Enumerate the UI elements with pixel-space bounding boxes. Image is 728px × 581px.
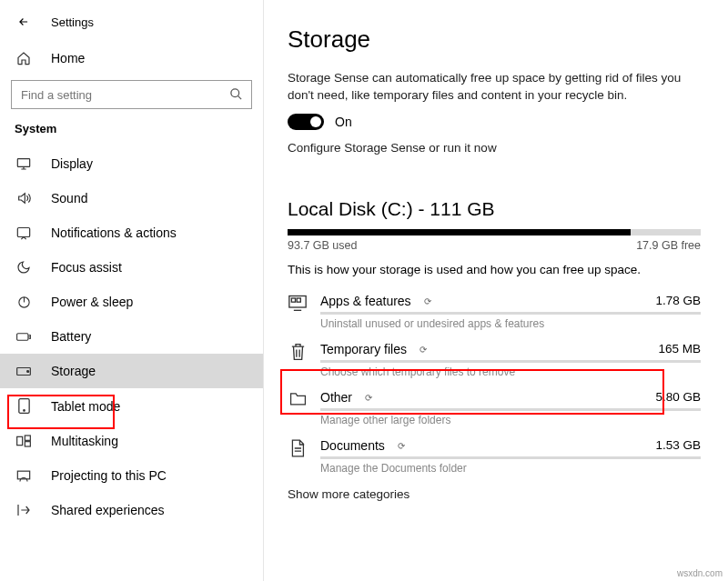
category-subtitle: Choose which temporary files to remove: [320, 366, 701, 378]
svg-rect-1: [17, 159, 29, 167]
category-name: Temporary files: [320, 342, 407, 356]
sidebar-item-label: Storage: [51, 364, 96, 378]
power-icon: [16, 296, 31, 309]
category-subtitle: Uninstall unused or undesired apps & fea…: [320, 317, 701, 330]
back-icon[interactable]: [16, 15, 31, 29]
category-size: 1.53 GB: [655, 438, 701, 452]
category-bar: [320, 408, 701, 411]
svg-point-9: [23, 410, 24, 411]
battery-icon: [16, 332, 31, 342]
disk-title: Local Disk (C:) - 111 GB: [288, 198, 701, 220]
nav-list: Display Sound Notifications & actions Fo…: [0, 146, 263, 527]
sidebar-item-display[interactable]: Display: [0, 146, 263, 181]
svg-rect-5: [29, 335, 30, 338]
category-size: 5.80 GB: [655, 390, 701, 404]
sidebar-item-label: Battery: [51, 329, 91, 344]
page-title: Storage: [288, 25, 701, 54]
trash-icon: [288, 343, 308, 361]
sidebar-item-battery[interactable]: Battery: [0, 319, 263, 354]
focus-assist-icon: [16, 260, 31, 275]
watermark: wsxdn.com: [677, 568, 723, 578]
notifications-icon: [16, 226, 31, 240]
projecting-icon: [16, 469, 31, 483]
svg-point-0: [231, 89, 239, 97]
sidebar-item-storage[interactable]: Storage: [0, 354, 263, 388]
sidebar-item-label: Display: [51, 156, 93, 171]
storage-sense-description: Storage Sense can automatically free up …: [288, 70, 688, 105]
svg-rect-15: [291, 298, 295, 302]
svg-rect-2: [17, 227, 29, 236]
home-button[interactable]: Home: [0, 42, 263, 75]
category-name: Other: [320, 390, 352, 405]
svg-point-7: [27, 370, 29, 372]
tablet-icon: [16, 398, 31, 414]
sidebar-item-label: Tablet mode: [51, 399, 120, 414]
search-icon: [229, 87, 243, 101]
category-size: 1.78 GB: [655, 294, 701, 307]
sidebar-item-label: Multitasking: [51, 434, 118, 448]
search-wrap: [11, 80, 252, 109]
svg-rect-11: [25, 436, 30, 440]
category-other[interactable]: Other⟳ 5.80 GB Manage other large folder…: [288, 386, 701, 434]
category-subtitle: Manage the Documents folder: [320, 462, 701, 475]
show-more-link[interactable]: Show more categories: [288, 487, 701, 501]
shared-icon: [16, 503, 31, 517]
storage-icon: [16, 366, 31, 376]
sidebar-item-shared-experiences[interactable]: Shared experiences: [0, 493, 263, 527]
home-icon: [16, 51, 31, 65]
disk-usage-bar: [288, 229, 701, 235]
sidebar-item-label: Focus assist: [51, 260, 122, 275]
svg-rect-4: [17, 333, 28, 339]
sidebar-item-power-sleep[interactable]: Power & sleep: [0, 285, 263, 319]
category-bar: [320, 360, 701, 363]
search-input[interactable]: [11, 80, 252, 109]
loading-spinner-icon: ⟳: [420, 345, 427, 355]
category-size: 165 MB: [658, 342, 701, 356]
sidebar-item-label: Notifications & actions: [51, 225, 177, 240]
category-documents[interactable]: Documents⟳ 1.53 GB Manage the Documents …: [288, 434, 701, 482]
usage-description: This is how your storage is used and how…: [288, 263, 701, 276]
sidebar-item-notifications[interactable]: Notifications & actions: [0, 215, 263, 250]
category-subtitle: Manage other large folders: [320, 414, 701, 426]
folder-icon: [288, 391, 308, 406]
sidebar-item-label: Power & sleep: [51, 295, 133, 309]
apps-icon: [288, 295, 308, 311]
storage-sense-toggle-row: On: [288, 114, 701, 130]
sidebar-item-focus-assist[interactable]: Focus assist: [0, 250, 263, 285]
home-label: Home: [51, 51, 85, 65]
svg-rect-16: [297, 298, 300, 302]
sound-icon: [16, 191, 31, 205]
svg-rect-12: [25, 442, 30, 446]
category-temporary-files[interactable]: Temporary files⟳ 165 MB Choose which tem…: [288, 337, 701, 386]
category-bar: [320, 312, 701, 315]
document-icon: [288, 439, 308, 457]
disk-meta: 93.7 GB used 17.9 GB free: [288, 239, 701, 252]
sidebar-item-sound[interactable]: Sound: [0, 181, 263, 215]
category-apps-features[interactable]: Apps & features⟳ 1.78 GB Uninstall unuse…: [288, 289, 701, 337]
section-label: System: [0, 122, 263, 146]
toggle-label: On: [335, 115, 352, 129]
loading-spinner-icon: ⟳: [398, 441, 405, 451]
sidebar-item-projecting[interactable]: Projecting to this PC: [0, 458, 263, 493]
multitasking-icon: [16, 435, 31, 447]
sidebar-item-multitasking[interactable]: Multitasking: [0, 424, 263, 458]
loading-spinner-icon: ⟳: [365, 393, 372, 403]
category-name: Apps & features: [320, 294, 411, 308]
loading-spinner-icon: ⟳: [424, 296, 431, 306]
sidebar-item-label: Projecting to this PC: [51, 468, 167, 483]
svg-rect-10: [17, 436, 23, 445]
disk-free-label: 17.9 GB free: [636, 239, 701, 252]
sidebar-item-label: Sound: [51, 191, 87, 205]
sidebar-item-tablet-mode[interactable]: Tablet mode: [0, 388, 263, 424]
display-icon: [16, 157, 31, 170]
disk-used-label: 93.7 GB used: [288, 239, 357, 252]
header-title: Settings: [51, 15, 94, 29]
main-content: Storage Storage Sense can automatically …: [264, 0, 728, 581]
storage-sense-toggle[interactable]: [288, 114, 324, 130]
category-name: Documents: [320, 438, 385, 453]
sidebar-item-label: Shared experiences: [51, 503, 165, 517]
configure-storage-sense-link[interactable]: Configure Storage Sense or run it now: [288, 141, 701, 155]
category-bar: [320, 456, 701, 459]
sidebar: Settings Home System Display: [0, 0, 264, 581]
